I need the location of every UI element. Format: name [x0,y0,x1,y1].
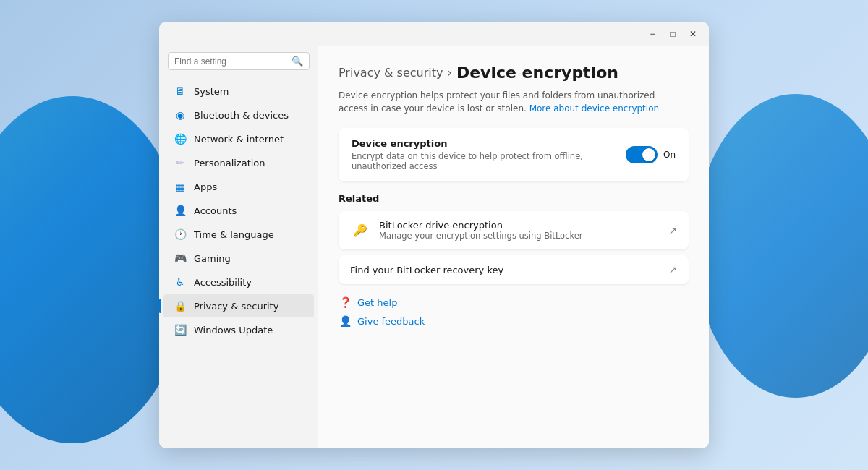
get-help-label: Get help [357,297,397,308]
recovery-left: Find your BitLocker recovery key [350,265,503,275]
close-button[interactable]: ✕ [683,24,703,44]
sidebar-icon-update: 🔄 [174,323,187,336]
window-body: 🔍 🖥System◉Bluetooth & devices🌐Network & … [159,46,709,448]
sidebar-item-apps[interactable]: ▦Apps [163,175,314,198]
toggle-state-label: On [663,150,676,160]
maximize-button[interactable]: □ [663,24,683,44]
search-icon: 🔍 [292,56,303,67]
give-feedback-link[interactable]: 👤 Give feedback [339,315,689,328]
sidebar-icon-apps: ▦ [174,180,187,193]
encryption-description: Encrypt data on this device to help prot… [352,151,626,171]
sidebar-item-gaming[interactable]: 🎮Gaming [163,247,314,270]
bitlocker-left: 🔑 BitLocker drive encryption Manage your… [350,220,583,241]
help-links: ❓ Get help 👤 Give feedback [339,296,689,328]
settings-window: − □ ✕ 🔍 🖥System◉Bluetooth & devices🌐Netw… [159,22,709,448]
bitlocker-title: BitLocker drive encryption [379,220,583,231]
nav-list: 🖥System◉Bluetooth & devices🌐Network & in… [159,79,318,342]
recovery-key-card[interactable]: Find your BitLocker recovery key ↗ [339,255,689,284]
give-feedback-icon: 👤 [339,315,352,328]
breadcrumb-separator: › [447,66,451,80]
sidebar-icon-privacy: 🔒 [174,299,187,312]
sidebar-label-accessibility: Accessibility [194,277,252,288]
sidebar: 🔍 🖥System◉Bluetooth & devices🌐Network & … [159,46,318,448]
sidebar-label-personalization: Personalization [194,158,265,168]
sidebar-icon-accounts: 👤 [174,204,187,217]
sidebar-icon-personalization: ✏️ [174,156,187,169]
bitlocker-desc: Manage your encryption settings using Bi… [379,231,583,241]
get-help-link[interactable]: ❓ Get help [339,296,689,309]
sidebar-label-apps: Apps [194,181,217,192]
sidebar-item-privacy[interactable]: 🔒Privacy & security [163,294,314,317]
bg-decoration-right [694,94,868,398]
more-info-link[interactable]: More about device encryption [529,103,659,114]
encryption-title: Device encryption [352,138,626,149]
get-help-icon: ❓ [339,296,352,309]
sidebar-label-gaming: Gaming [194,253,231,264]
sidebar-item-personalization[interactable]: ✏️Personalization [163,151,314,174]
bitlocker-info: BitLocker drive encryption Manage your e… [379,220,583,241]
sidebar-icon-bluetooth: ◉ [174,108,187,121]
minimize-button[interactable]: − [642,24,663,44]
sidebar-item-accessibility[interactable]: ♿Accessibility [163,270,314,294]
sidebar-item-accounts[interactable]: 👤Accounts [163,199,314,222]
sidebar-item-network[interactable]: 🌐Network & internet [163,127,314,150]
sidebar-item-update[interactable]: 🔄Windows Update [163,318,314,341]
recovery-title: Find your BitLocker recovery key [350,265,503,275]
sidebar-icon-system: 🖥 [174,85,187,98]
sidebar-item-bluetooth[interactable]: ◉Bluetooth & devices [163,103,314,127]
main-content: Privacy & security › Device encryption D… [318,46,709,448]
breadcrumb-parent: Privacy & security [339,66,443,80]
encryption-toggle-container: On [626,146,676,163]
search-box[interactable]: 🔍 [168,52,310,70]
sidebar-icon-accessibility: ♿ [174,275,187,289]
breadcrumb: Privacy & security › Device encryption [339,64,689,82]
sidebar-item-system[interactable]: 🖥System [163,80,314,103]
sidebar-icon-gaming: 🎮 [174,252,187,265]
sidebar-label-time: Time & language [194,229,274,240]
encryption-toggle[interactable] [626,146,658,163]
toggle-knob [642,148,655,161]
titlebar: − □ ✕ [159,22,709,46]
recovery-info: Find your BitLocker recovery key [350,265,503,275]
bitlocker-card[interactable]: 🔑 BitLocker drive encryption Manage your… [339,211,689,249]
page-description: Device encryption helps protect your fil… [339,89,671,115]
sidebar-label-update: Windows Update [194,325,273,336]
bitlocker-icon: 🔑 [350,221,370,241]
encryption-info: Device encryption Encrypt data on this d… [352,138,626,171]
give-feedback-label: Give feedback [357,316,425,327]
sidebar-label-accounts: Accounts [194,205,237,216]
sidebar-item-time[interactable]: 🕐Time & language [163,223,314,246]
related-section-label: Related [339,193,689,204]
sidebar-icon-network: 🌐 [174,132,187,145]
sidebar-label-system: System [194,86,229,97]
sidebar-label-bluetooth: Bluetooth & devices [194,110,289,121]
recovery-external-icon: ↗ [668,264,677,275]
device-encryption-card: Device encryption Encrypt data on this d… [339,128,689,181]
sidebar-label-network: Network & internet [194,134,284,145]
sidebar-label-privacy: Privacy & security [194,301,278,312]
search-input[interactable] [174,56,292,67]
breadcrumb-current: Device encryption [456,64,618,82]
sidebar-icon-time: 🕐 [174,228,187,241]
bitlocker-external-icon: ↗ [668,225,677,236]
